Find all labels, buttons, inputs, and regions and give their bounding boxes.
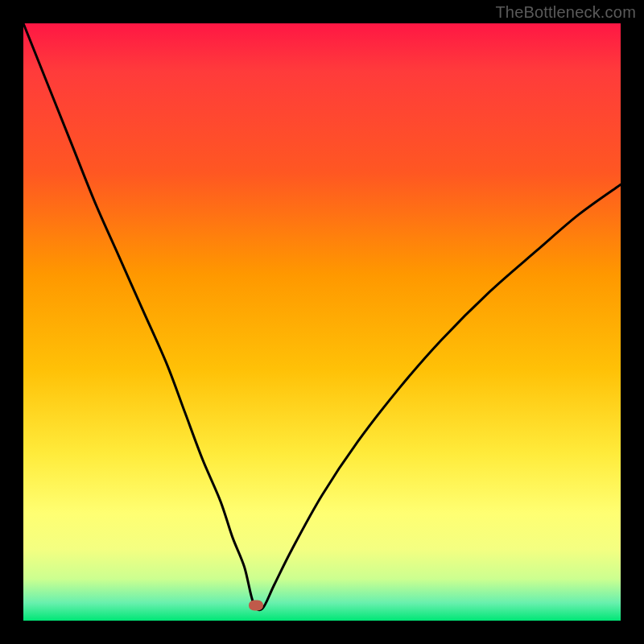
chart-plot-area [23, 23, 621, 621]
attribution-text: TheBottleneck.com [495, 3, 636, 22]
chart-curve-layer [23, 23, 621, 621]
bottleneck-curve [23, 23, 621, 610]
optimum-marker [249, 601, 263, 611]
